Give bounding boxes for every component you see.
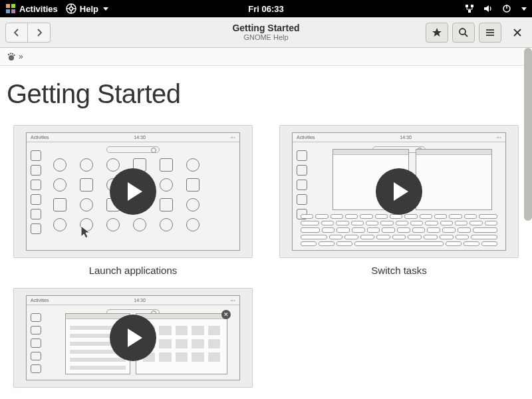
help-icon (66, 3, 76, 14)
play-icon (110, 168, 156, 215)
chevron-right-icon (35, 28, 44, 37)
activities-icon (5, 3, 16, 14)
scrollbar[interactable] (524, 48, 532, 221)
chevron-down-icon (521, 7, 527, 11)
network-icon[interactable] (464, 3, 475, 14)
content-area: » Getting Started Activities14:30◦◦◦ (0, 48, 532, 399)
clock[interactable]: Fri 06:33 (248, 4, 283, 14)
bookmark-button[interactable] (426, 23, 448, 43)
svg-rect-10 (466, 5, 468, 7)
play-icon (110, 315, 156, 361)
title-sub: GNOME Help (232, 33, 299, 42)
forward-button[interactable] (28, 23, 51, 43)
close-icon: ✕ (221, 310, 231, 319)
svg-line-16 (465, 34, 467, 37)
app-menu[interactable]: Help (66, 3, 108, 14)
svg-point-15 (460, 29, 466, 35)
breadcrumb: » (0, 48, 532, 66)
cursor-icon (80, 225, 93, 241)
gnome-foot-icon[interactable] (7, 52, 16, 61)
svg-point-5 (69, 7, 72, 11)
chevron-down-icon (103, 7, 108, 11)
svg-rect-1 (11, 4, 15, 8)
svg-point-22 (9, 55, 14, 61)
play-icon (376, 168, 422, 215)
power-icon[interactable] (501, 3, 512, 14)
title-main: Getting Started (232, 23, 299, 33)
svg-point-24 (10, 53, 11, 54)
svg-point-25 (12, 53, 13, 55)
close-icon (513, 28, 522, 37)
close-button[interactable] (508, 23, 527, 42)
clock-label: Fri 06:33 (248, 4, 283, 14)
chevron-left-icon (12, 28, 21, 37)
activities-button[interactable]: Activities (5, 3, 58, 14)
activities-label: Activities (19, 4, 58, 14)
svg-point-26 (13, 55, 15, 56)
back-button[interactable] (5, 23, 28, 43)
svg-rect-3 (11, 9, 15, 13)
page-title: Getting Started (7, 79, 525, 109)
svg-rect-2 (6, 9, 10, 13)
app-menu-label: Help (80, 4, 98, 14)
svg-point-23 (8, 54, 9, 55)
tile-thumbnail: Activities14:30◦◦◦ (13, 125, 253, 258)
menu-button[interactable] (479, 23, 501, 43)
tile-thumbnail: Activities14:30◦◦◦ ✕ (13, 288, 253, 388)
svg-rect-12 (468, 10, 471, 13)
tile-thumbnail: Activities14:30◦◦◦ (279, 125, 519, 258)
search-icon (458, 27, 469, 38)
svg-rect-11 (471, 5, 473, 7)
tile-label: Switch tasks (279, 265, 519, 276)
window-headerbar: Getting Started GNOME Help (0, 17, 532, 48)
breadcrumb-sep: » (19, 52, 23, 61)
hamburger-icon (485, 27, 495, 38)
star-icon (432, 27, 442, 38)
tile-switch-tasks[interactable]: Activities14:30◦◦◦ (279, 125, 519, 276)
tile-label: Launch applications (13, 265, 253, 276)
tile-item[interactable]: Activities14:30◦◦◦ ✕ (13, 288, 253, 388)
search-button[interactable] (452, 23, 475, 43)
svg-rect-0 (6, 4, 10, 8)
tile-launch-applications[interactable]: Activities14:30◦◦◦ Launch applicatio (13, 125, 253, 276)
volume-icon[interactable] (483, 3, 493, 14)
window-title: Getting Started GNOME Help (232, 23, 299, 42)
gnome-topbar: Activities Help Fri 06:33 (0, 0, 532, 17)
